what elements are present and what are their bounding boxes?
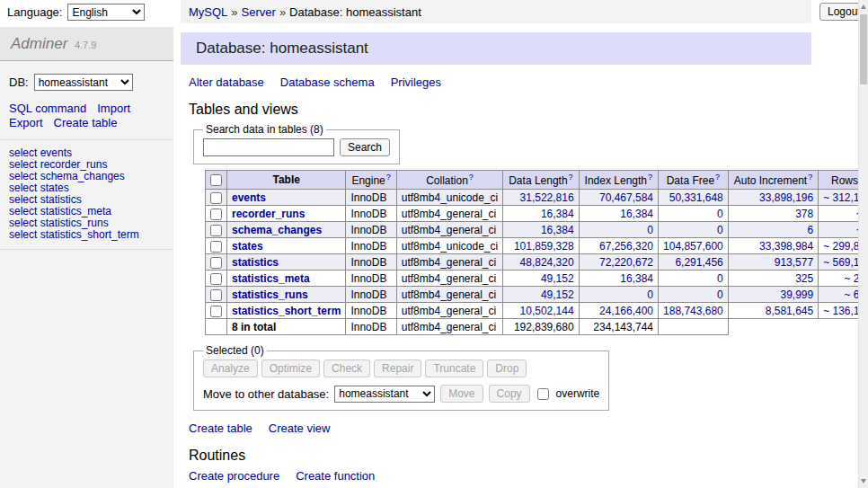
db-nav-link[interactable]: Privileges <box>391 75 441 89</box>
selected-action-button[interactable]: Check <box>323 359 370 377</box>
data-length-link[interactable]: 16,384 <box>541 224 574 236</box>
row-checkbox[interactable] <box>210 225 222 236</box>
db-select[interactable]: homeassistant <box>34 74 133 91</box>
index-length-link[interactable]: 67,256,320 <box>599 240 653 253</box>
row-checkbox[interactable] <box>210 306 222 317</box>
index-length-link[interactable]: 16,384 <box>620 208 653 220</box>
column-help-link[interactable]: ? <box>808 173 812 182</box>
data-length-link[interactable]: 16,384 <box>541 208 574 220</box>
selected-action-button[interactable]: Repair <box>374 359 421 377</box>
sidebar-table-link[interactable]: select statistics_short_term <box>9 229 164 241</box>
routine-link[interactable]: Create function <box>296 469 375 483</box>
auto-increment-link[interactable]: 8,581,645 <box>766 305 813 317</box>
db-nav-link[interactable]: Alter database <box>189 75 264 89</box>
language-area: Language: English <box>0 0 173 21</box>
table-name-link[interactable]: states <box>232 240 263 253</box>
row-checkbox[interactable] <box>210 273 222 285</box>
table-row: statistics_short_termInnoDButf8mb4_gener… <box>206 303 868 319</box>
selected-action-button[interactable]: Truncate <box>425 359 483 377</box>
table-name-link[interactable]: recorder_runs <box>232 208 305 220</box>
data-length-link[interactable]: 49,152 <box>541 288 574 301</box>
overwrite-label[interactable]: overwrite <box>556 387 600 400</box>
sidebar-action-link[interactable]: Export <box>9 116 43 129</box>
data-free-link[interactable]: 188,743,680 <box>663 305 723 317</box>
engine-cell: InnoDB <box>346 287 396 303</box>
sidebar-action-link[interactable]: Import <box>97 102 130 115</box>
language-select[interactable]: English <box>67 4 145 21</box>
column-help-link[interactable]: ? <box>469 173 474 182</box>
auto-increment-link[interactable]: 39,999 <box>780 288 813 301</box>
data-length-link[interactable]: 48,824,320 <box>520 256 574 269</box>
auto-increment-cell: 33,398,984 <box>728 238 818 254</box>
selected-action-button[interactable]: Drop <box>487 359 527 377</box>
table-name-link[interactable]: events <box>232 191 266 204</box>
data-free-link[interactable]: 0 <box>717 288 723 301</box>
auto-increment-link[interactable]: 325 <box>795 272 813 285</box>
breadcrumb-link-mysql[interactable]: MySQL <box>189 5 227 19</box>
create-link[interactable]: Create view <box>269 421 331 435</box>
scrollbar-down-arrow-icon[interactable] <box>861 479 866 484</box>
auto-increment-link[interactable]: 913,577 <box>775 256 813 269</box>
row-checkbox[interactable] <box>210 289 222 301</box>
data-free-link[interactable]: 50,331,648 <box>669 191 723 204</box>
table-name-link[interactable]: statistics_meta <box>232 272 310 285</box>
select-all-checkbox[interactable] <box>210 174 222 186</box>
row-select-cell <box>206 287 227 303</box>
scrollbar-up-arrow-icon[interactable] <box>861 4 866 9</box>
auto-increment-link[interactable]: 33,398,984 <box>759 240 813 253</box>
row-checkbox[interactable] <box>210 209 222 220</box>
routine-link[interactable]: Create procedure <box>189 469 279 483</box>
data-free-link[interactable]: 104,857,600 <box>663 240 723 253</box>
sidebar-action-link[interactable]: Create table <box>54 116 118 129</box>
index-length-link[interactable]: 24,166,400 <box>599 305 653 317</box>
data-length-link[interactable]: 31,522,816 <box>520 191 574 204</box>
table-name-link[interactable]: statistics_runs <box>232 288 308 301</box>
index-length-cell: 67,256,320 <box>579 238 658 254</box>
breadcrumb: MySQL»Server»Database: homeassistant <box>181 0 811 23</box>
table-name-link[interactable]: schema_changes <box>232 224 322 236</box>
data-free-link[interactable]: 0 <box>717 208 723 220</box>
data-free-link[interactable]: 6,291,456 <box>675 256 722 269</box>
row-checkbox[interactable] <box>210 257 222 269</box>
app-name[interactable]: Adminer <box>11 35 67 52</box>
overwrite-checkbox[interactable] <box>537 388 549 400</box>
auto-increment-link[interactable]: 6 <box>807 224 813 236</box>
row-checkbox[interactable] <box>210 241 222 253</box>
index-length-link[interactable]: 0 <box>647 288 653 301</box>
data-length-link[interactable]: 10,502,144 <box>520 305 574 317</box>
data-free-link[interactable]: 0 <box>717 224 723 236</box>
selected-action-button[interactable]: Optimize <box>261 359 320 377</box>
move-button[interactable]: Move <box>440 385 483 403</box>
auto-increment-link[interactable]: 33,898,196 <box>759 191 813 204</box>
index-length-link[interactable]: 70,467,584 <box>599 191 653 204</box>
copy-button[interactable]: Copy <box>489 385 530 403</box>
move-db-select[interactable]: homeassistant <box>334 386 435 403</box>
row-checkbox[interactable] <box>210 192 222 204</box>
scrollbar[interactable] <box>858 0 868 488</box>
data-length-link[interactable]: 49,152 <box>541 272 574 285</box>
auto-increment-link[interactable]: 378 <box>795 208 813 220</box>
table-row: recorder_runsInnoDButf8mb4_general_ci16,… <box>206 206 868 222</box>
scrollbar-thumb[interactable] <box>860 14 867 84</box>
table-name-link[interactable]: statistics <box>232 256 279 269</box>
index-length-link[interactable]: 0 <box>647 224 653 236</box>
column-help-link[interactable]: ? <box>648 173 652 182</box>
column-help-link[interactable]: ? <box>386 173 391 182</box>
search-button[interactable]: Search <box>340 138 390 156</box>
create-link[interactable]: Create table <box>189 421 252 435</box>
breadcrumb-link-server[interactable]: Server <box>242 5 276 19</box>
sidebar-action-link[interactable]: SQL command <box>9 102 86 115</box>
table-name-cell: events <box>227 190 346 206</box>
index-length-link[interactable]: 16,384 <box>620 272 653 285</box>
search-input[interactable] <box>203 138 334 156</box>
page-title: Database: homeassistant <box>181 32 811 65</box>
data-length-link[interactable]: 101,859,328 <box>514 240 574 253</box>
engine-cell: InnoDB <box>346 222 396 238</box>
db-nav-link[interactable]: Database schema <box>280 75 375 89</box>
data-free-link[interactable]: 0 <box>717 272 723 285</box>
table-name-link[interactable]: statistics_short_term <box>232 305 341 317</box>
index-length-link[interactable]: 72,220,672 <box>599 256 653 269</box>
selected-action-button[interactable]: Analyze <box>203 359 258 377</box>
column-help-link[interactable]: ? <box>715 173 720 182</box>
column-help-link[interactable]: ? <box>569 173 573 182</box>
